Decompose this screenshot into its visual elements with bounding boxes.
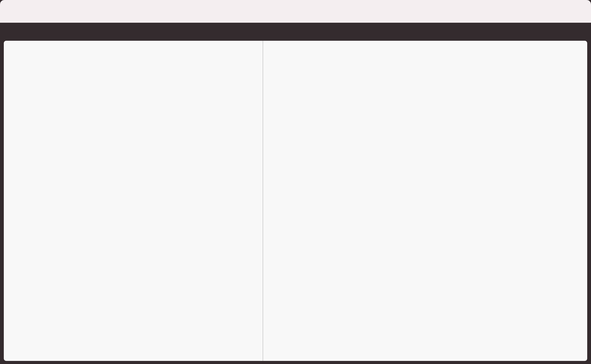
table-chart-divider [263, 41, 263, 361]
minimize-button[interactable] [20, 8, 25, 14]
titlebar [0, 0, 591, 23]
app-window [0, 0, 591, 364]
grid-header [4, 41, 587, 59]
breadcrumb [30, 23, 37, 41]
breadcrumb-bar [0, 23, 591, 41]
zoom-button[interactable] [29, 8, 34, 14]
close-button[interactable] [11, 8, 16, 14]
content-panel [4, 41, 587, 361]
rows-container [4, 59, 587, 361]
